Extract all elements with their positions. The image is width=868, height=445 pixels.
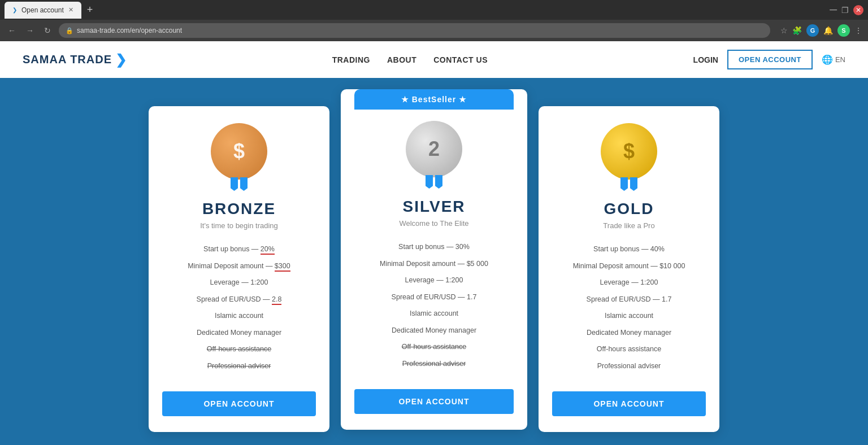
silver-medal: 2 bbox=[406, 121, 462, 189]
lang-text: EN bbox=[835, 55, 845, 64]
gold-title: GOLD bbox=[604, 200, 654, 218]
forward-button[interactable]: → bbox=[24, 25, 36, 36]
silver-medal-symbol: 2 bbox=[428, 137, 440, 161]
new-tab-button[interactable]: + bbox=[84, 4, 97, 16]
gold-feature-7: Professional adviser bbox=[552, 358, 706, 375]
nav-trading[interactable]: TRADING bbox=[332, 55, 370, 64]
bronze-subtitle: It's time to begin trading bbox=[200, 221, 278, 230]
open-account-header-button[interactable]: OPEN ACCOUNT bbox=[727, 50, 813, 69]
bronze-feature-3: Spread of EUR/USD — 2.8 bbox=[162, 291, 316, 308]
bronze-open-account-button[interactable]: OPEN ACCOUNT bbox=[162, 391, 316, 416]
gold-card: $ GOLD Trade like a Pro Start up bonus —… bbox=[539, 106, 719, 432]
gold-feature-5: Dedicated Money manager bbox=[552, 325, 706, 342]
silver-card: ★ BestSeller ★ 2 SILVER Welcome to The E… bbox=[341, 89, 527, 430]
bronze-medal-circle: $ bbox=[211, 123, 267, 180]
globe-icon: 🌐 bbox=[822, 54, 833, 65]
silver-feature-6: Off-hours assistance bbox=[354, 339, 514, 356]
gold-feature-6: Off-hours assistance bbox=[552, 341, 706, 358]
gold-subtitle: Trade like a Pro bbox=[603, 221, 654, 230]
logo-arrow-icon: ❯ bbox=[115, 52, 127, 68]
gold-features: Start up bonus — 40% Minimal Deposit amo… bbox=[552, 241, 706, 374]
refresh-button[interactable]: ↻ bbox=[42, 25, 53, 36]
browser-toolbar-actions: ☆ 🧩 G 🔔 S ⋮ bbox=[780, 24, 862, 37]
silver-feature-3: Spread of EUR/USD — 1.7 bbox=[354, 289, 514, 306]
silver-feature-4: Islamic account bbox=[354, 306, 514, 322]
silver-open-account-button[interactable]: OPEN ACCOUNT bbox=[354, 389, 514, 414]
tab-favicon-icon: ❯ bbox=[12, 7, 17, 13]
bestseller-banner: ★ BestSeller ★ bbox=[354, 89, 514, 110]
tab-close-button[interactable]: ✕ bbox=[68, 6, 73, 14]
back-button[interactable]: ← bbox=[6, 25, 18, 36]
gold-feature-3: Spread of EUR/USD — 1.7 bbox=[552, 291, 706, 308]
menu-icon[interactable]: ⋮ bbox=[854, 26, 862, 35]
notification-icon[interactable]: 🔔 bbox=[823, 26, 833, 35]
silver-feature-5: Dedicated Money manager bbox=[354, 322, 514, 339]
extension-icon[interactable]: 🧩 bbox=[792, 26, 802, 35]
bronze-deposit-value: $300 bbox=[275, 262, 290, 272]
gold-medal-circle: $ bbox=[601, 123, 657, 180]
gold-feature-1: Minimal Deposit amount — $10 000 bbox=[552, 258, 706, 275]
logo-text: SAMAA TRADE bbox=[23, 53, 112, 66]
silver-feature-7: Professional adviser bbox=[354, 356, 514, 373]
bronze-medal-symbol: $ bbox=[233, 139, 245, 163]
silver-feature-0: Start up bonus — 30% bbox=[354, 239, 514, 256]
bronze-feature-0: Start up bonus — 20% bbox=[162, 241, 316, 258]
site-logo: SAMAA TRADE ❯ bbox=[23, 52, 127, 68]
silver-subtitle: Welcome to The Elite bbox=[399, 219, 468, 228]
tab-bar: ❯ Open account ✕ + bbox=[5, 2, 96, 19]
address-bar[interactable]: 🔒 samaa-trade.com/en/open-account bbox=[59, 23, 770, 38]
silver-features: Start up bonus — 30% Minimal Deposit amo… bbox=[354, 239, 514, 372]
bronze-feature-4: Islamic account bbox=[162, 308, 316, 325]
ribbon-left bbox=[231, 177, 238, 191]
bronze-features: Start up bonus — 20% Minimal Deposit amo… bbox=[162, 241, 316, 374]
language-selector[interactable]: 🌐 EN bbox=[822, 54, 845, 65]
main-nav: TRADING ABOUT CONTACT US bbox=[332, 55, 488, 64]
site-wrapper: SAMAA TRADE ❯ TRADING ABOUT CONTACT US L… bbox=[0, 41, 868, 445]
address-bar-row: ← → ↻ 🔒 samaa-trade.com/en/open-account … bbox=[0, 20, 868, 41]
bronze-feature-5: Dedicated Money manager bbox=[162, 325, 316, 342]
bronze-spread-value: 2.8 bbox=[272, 295, 281, 305]
tab-title: Open account bbox=[21, 6, 64, 14]
lock-icon: 🔒 bbox=[66, 27, 73, 34]
ribbon-right bbox=[630, 177, 637, 191]
silver-feature-1: Minimal Deposit amount — $5 000 bbox=[354, 256, 514, 273]
nav-contact-us[interactable]: CONTACT US bbox=[433, 55, 488, 64]
pricing-cards-container: $ BRONZE It's time to begin trading Star… bbox=[0, 78, 868, 445]
ribbon-right bbox=[240, 177, 248, 191]
bronze-feature-7: Professional adviser bbox=[162, 358, 316, 375]
gold-medal-symbol: $ bbox=[623, 139, 635, 163]
silver-title: SILVER bbox=[402, 198, 465, 216]
star-icon[interactable]: ☆ bbox=[780, 26, 788, 35]
silver-feature-2: Leverage — 1:200 bbox=[354, 272, 514, 289]
bronze-card: $ BRONZE It's time to begin trading Star… bbox=[149, 106, 329, 432]
address-text: samaa-trade.com/en/open-account bbox=[77, 27, 182, 34]
bronze-medal: $ bbox=[211, 123, 267, 191]
browser-window-controls: ─ ❐ ✕ bbox=[830, 4, 863, 16]
gold-feature-2: Leverage — 1:200 bbox=[552, 274, 706, 291]
gold-feature-0: Start up bonus — 40% bbox=[552, 241, 706, 258]
ribbon-right bbox=[435, 175, 442, 189]
active-tab[interactable]: ❯ Open account ✕ bbox=[5, 2, 81, 19]
gold-open-account-button[interactable]: OPEN ACCOUNT bbox=[552, 391, 706, 416]
minimize-button[interactable]: ─ bbox=[830, 4, 837, 16]
nav-about[interactable]: ABOUT bbox=[387, 55, 416, 64]
silver-medal-circle: 2 bbox=[406, 121, 462, 177]
gold-medal: $ bbox=[601, 123, 657, 191]
bronze-title: BRONZE bbox=[202, 200, 276, 218]
bronze-feature-6: Off-hours assistance bbox=[162, 341, 316, 358]
profile-icon-2[interactable]: S bbox=[837, 24, 850, 37]
profile-icon-1[interactable]: G bbox=[806, 24, 819, 37]
gold-feature-4: Islamic account bbox=[552, 308, 706, 325]
close-window-button[interactable]: ✕ bbox=[853, 5, 863, 15]
header-right: LOGIN OPEN ACCOUNT 🌐 EN bbox=[693, 50, 845, 69]
bronze-feature-1: Minimal Deposit amount — $300 bbox=[162, 258, 316, 275]
browser-chrome: ❯ Open account ✕ + ─ ❐ ✕ bbox=[0, 0, 868, 20]
maximize-button[interactable]: ❐ bbox=[841, 6, 849, 15]
login-button[interactable]: LOGIN bbox=[693, 55, 718, 64]
bronze-bonus-value: 20% bbox=[261, 245, 275, 255]
bronze-feature-2: Leverage — 1:200 bbox=[162, 274, 316, 291]
ribbon-left bbox=[426, 175, 433, 189]
site-header: SAMAA TRADE ❯ TRADING ABOUT CONTACT US L… bbox=[0, 41, 868, 78]
ribbon-left bbox=[620, 177, 628, 191]
